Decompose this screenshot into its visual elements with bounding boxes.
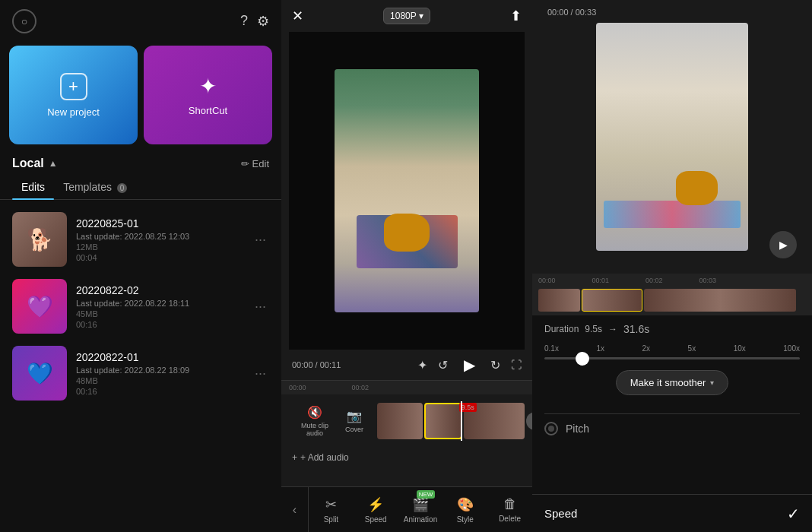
new-project-label: New project: [47, 106, 100, 118]
project-list: 🐕 20220825-01 Last update: 2022.08.25 12…: [0, 203, 281, 532]
project-name: 20220822-02: [76, 284, 243, 296]
local-arrow-icon: ▲: [49, 158, 58, 169]
right-clips-row: [532, 287, 812, 314]
thumb-heart2-icon: 💙: [12, 346, 67, 401]
right-timeline: 00:00 00:01 00:02 00:03: [532, 274, 812, 315]
speed-label-01: 0.1x: [544, 344, 559, 353]
clip-tools: 🔇 Mute clipaudio 📷 Cover: [289, 405, 374, 437]
toolbar-back-button[interactable]: ‹: [281, 487, 309, 532]
split-tool[interactable]: ✂ Split: [309, 487, 354, 532]
thumb-heart-icon: 💜: [12, 279, 67, 334]
play-button[interactable]: ▶: [458, 354, 480, 375]
delete-tool[interactable]: 🗑 Delete: [487, 487, 532, 532]
speed-tool[interactable]: ⚡ Speed: [354, 487, 398, 532]
playback-controls: 00:00 / 00:11 ✦ ↺ ▶ ↻ ⛶: [281, 350, 532, 380]
playback-buttons: ✦ ↺ ▶ ↻ ⛶: [417, 354, 522, 375]
help-icon[interactable]: ?: [240, 13, 248, 30]
speed-label-1: 1x: [596, 344, 604, 353]
shortcut-label: ShortCut: [189, 105, 227, 116]
right-clip[interactable]: [538, 289, 580, 312]
list-item[interactable]: 💜 20220822-02 Last update: 2022.08.22 18…: [0, 273, 281, 340]
upload-icon[interactable]: ⬆: [510, 8, 522, 24]
tabs-row: Edits Templates 0: [0, 176, 281, 200]
edit-button[interactable]: ✏ Edit: [241, 158, 269, 169]
tick-label: 00:02: [645, 277, 663, 284]
check-icon[interactable]: ✓: [787, 505, 800, 523]
settings-icon[interactable]: ⚙: [257, 13, 269, 30]
project-info: 20220825-01 Last update: 2022.08.25 12:0…: [76, 217, 243, 262]
project-info: 20220822-01 Last update: 2022.08.22 18:0…: [76, 351, 243, 396]
split-label: Split: [324, 515, 338, 524]
fullscreen-icon[interactable]: ⛶: [511, 359, 522, 371]
right-video-content: [596, 23, 748, 251]
smoother-label: Make it smoother: [630, 377, 706, 388]
new-project-card[interactable]: + New project: [9, 46, 138, 144]
project-size: 48MB: [76, 376, 243, 385]
tab-edits[interactable]: Edits: [12, 176, 54, 199]
project-duration: 00:04: [76, 253, 243, 262]
style-tool[interactable]: 🎨 Style: [442, 487, 487, 532]
right-video-preview: 00:00 / 00:33 ▶: [532, 0, 812, 274]
mute-clip-tool[interactable]: 🔇 Mute clipaudio: [295, 405, 335, 437]
right-play-button[interactable]: ▶: [769, 231, 797, 258]
right-play-icon: ▶: [779, 239, 788, 251]
cover-tool[interactable]: 📷 Cover: [335, 409, 374, 433]
speed-slider-thumb[interactable]: [576, 352, 589, 366]
speed-slider-track[interactable]: [544, 357, 800, 359]
cover-label: Cover: [345, 426, 363, 433]
list-item[interactable]: 🐕 20220825-01 Last update: 2022.08.25 12…: [0, 206, 281, 273]
right-rug: [604, 201, 741, 228]
right-clip[interactable]: [644, 289, 796, 312]
animation-tool[interactable]: 🎬 NEW Animation: [398, 487, 443, 532]
undo-icon[interactable]: ↺: [438, 358, 448, 372]
clip-segment-active[interactable]: 9.5s: [424, 403, 462, 439]
animation-label: Animation: [404, 515, 437, 524]
edit-label: Edit: [252, 158, 269, 169]
pitch-row: Pitch: [544, 413, 800, 443]
video-frame: [335, 69, 479, 312]
style-label: Style: [457, 515, 474, 524]
split-icon: ✂: [325, 496, 337, 513]
add-clip-button[interactable]: +: [526, 412, 532, 430]
star-icon: ✦: [199, 74, 217, 99]
edit-icon: ✏: [241, 158, 249, 169]
shortcut-card[interactable]: ✦ ShortCut: [144, 46, 272, 144]
resolution-badge[interactable]: 1080P ▾: [383, 8, 430, 24]
make-it-smoother-button[interactable]: Make it smoother ▾: [616, 370, 729, 395]
pitch-radio[interactable]: [544, 422, 558, 435]
add-audio-button[interactable]: + + Add audio: [292, 452, 349, 463]
right-dog-silhouette: [676, 171, 718, 205]
center-panel: ✕ 1080P ▾ ⬆ 00:00 / 00:11 ✦ ↺ ▶ ↻ ⛶: [281, 0, 532, 532]
redo-icon[interactable]: ↻: [490, 358, 500, 372]
time-display: 00:00 / 00:11: [292, 360, 341, 369]
tab-templates[interactable]: Templates 0: [54, 176, 136, 199]
right-video-frame: [596, 23, 748, 251]
close-icon[interactable]: ✕: [292, 8, 303, 24]
tick-label: 00:03: [699, 277, 717, 284]
more-options-icon[interactable]: ···: [252, 363, 269, 385]
thumb-dog-icon: 🐕: [12, 212, 67, 267]
mute-icon: 🔇: [307, 405, 322, 420]
project-thumbnail: 🐕: [12, 212, 67, 267]
list-item[interactable]: 💙 20220822-01 Last update: 2022.08.22 18…: [0, 340, 281, 407]
clip-segment[interactable]: [377, 403, 423, 439]
timeline-tracks: 🔇 Mute clipaudio 📷 Cover 9.5s +: [281, 394, 532, 448]
more-options-icon[interactable]: ···: [252, 229, 269, 251]
duration-result: 31.6s: [623, 323, 649, 335]
local-section: Local ▲ ✏ Edit: [0, 154, 281, 176]
bottom-toolbar: ‹ ✂ Split ⚡ Speed 🎬 NEW Animation 🎨 Styl…: [281, 486, 532, 532]
right-panel: 00:00 / 00:33 ▶ 00:00 00:01 00:02 00:03: [532, 0, 812, 532]
project-meta: Last update: 2022.08.25 12:03: [76, 232, 243, 241]
mute-label: Mute clipaudio: [301, 422, 328, 437]
timeline-area: 00:00 00:02 🔇 Mute clipaudio 📷 Cover 9.5…: [281, 380, 532, 486]
tick-label: 00:00: [289, 384, 306, 391]
pitch-label: Pitch: [566, 423, 589, 435]
duration-value: 9.5s: [585, 324, 602, 334]
more-options-icon[interactable]: ···: [252, 296, 269, 318]
timeline-ticks: 00:00 00:02: [281, 381, 532, 394]
effects-icon[interactable]: ✦: [417, 358, 427, 372]
local-title: Local: [12, 157, 44, 170]
right-clip-active[interactable]: [582, 289, 642, 312]
left-header: ○ ? ⚙: [0, 0, 281, 40]
duration-arrow-icon: →: [608, 324, 617, 334]
